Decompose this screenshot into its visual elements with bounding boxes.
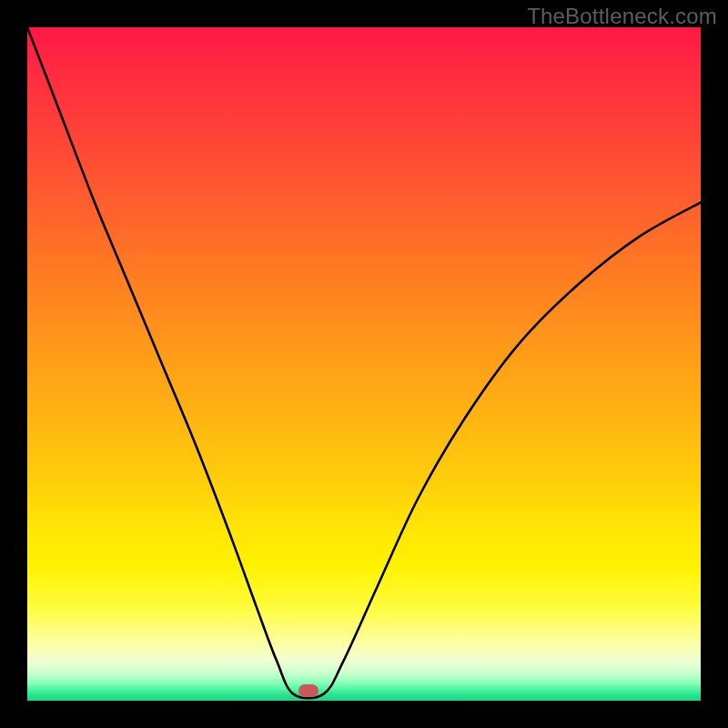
chart-frame: TheBottleneck.com xyxy=(0,0,728,728)
curve-svg xyxy=(27,27,701,701)
watermark-text: TheBottleneck.com xyxy=(527,4,717,29)
bottleneck-curve xyxy=(27,27,701,698)
min-marker xyxy=(298,684,318,697)
plot-area xyxy=(27,27,701,701)
